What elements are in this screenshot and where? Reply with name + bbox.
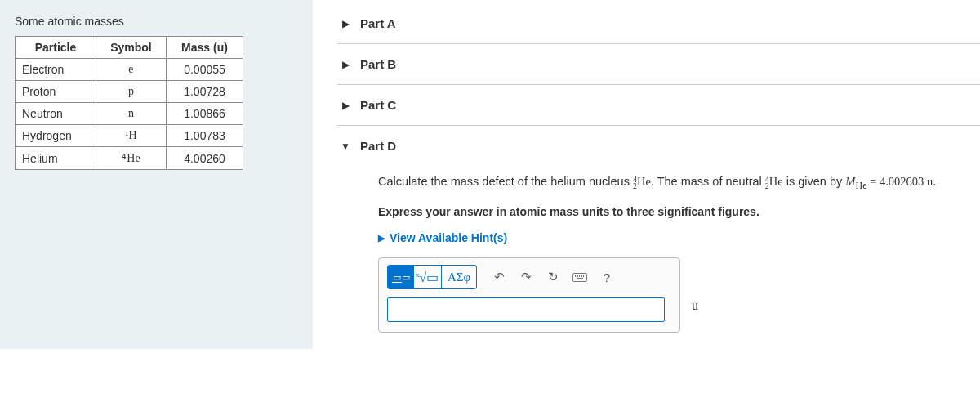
col-particle: Particle [16,37,96,59]
answer-instructions: Express your answer in atomic mass units… [378,205,964,218]
question-text: Calculate the mass defect of the helium … [378,172,964,194]
redo-icon: ↷ [521,270,532,284]
templates-button[interactable]: ▭▭ [388,266,414,288]
divider [337,125,980,126]
sqrt-button[interactable]: x√▭ [414,266,442,288]
part-d-header[interactable]: ▼ Part D [337,131,980,161]
table-row: Hydrogen ¹H 1.00783 [16,125,243,147]
part-c-header[interactable]: ▶ Part C [337,90,980,120]
table-title: Some atomic masses [15,15,298,28]
chevron-right-icon: ▶ [337,100,354,111]
answer-widget: ▭▭ x√▭ ΑΣφ ↶ ↷ ↻ ? [378,257,680,333]
part-b-label: Part B [360,57,396,71]
undo-button[interactable]: ↶ [487,266,511,288]
table-row: Electron e 0.00055 [16,59,243,81]
col-symbol: Symbol [96,37,166,59]
answer-input[interactable] [387,297,665,322]
template-group: ▭▭ x√▭ ΑΣφ [387,265,477,289]
table-row: Helium ⁴He 4.00260 [16,147,243,170]
divider [337,84,980,85]
reference-panel: Some atomic masses Particle Symbol Mass … [0,0,313,349]
part-d-label: Part D [360,139,396,153]
part-a-header[interactable]: ▶ Part A [337,8,980,38]
fraction-icon: ▭▭ [392,273,410,282]
greek-button[interactable]: ΑΣφ [442,266,476,288]
chevron-right-icon: ▶ [337,59,354,70]
table-row: Neutron n 1.00866 [16,103,243,125]
undo-icon: ↶ [494,270,505,284]
col-mass: Mass (u) [167,37,243,59]
table-row: Proton p 1.00728 [16,81,243,103]
part-a-label: Part A [360,16,396,30]
view-hints-button[interactable]: ▶ View Available Hint(s) [378,231,964,244]
reset-icon: ↻ [548,270,559,284]
unit-label: u [692,298,698,313]
sqrt-icon: x√▭ [416,270,439,285]
part-d-body: Calculate the mass defect of the helium … [337,161,980,341]
part-b-header[interactable]: ▶ Part B [337,49,980,79]
mass-table: Particle Symbol Mass (u) Electron e 0.00… [15,36,243,170]
question-panel: ▶ Part A ▶ Part B ▶ Part C ▼ Part D Calc… [313,0,980,349]
keyboard-button[interactable] [568,266,592,288]
chevron-down-icon: ▼ [337,141,354,152]
hints-label: View Available Hint(s) [390,231,507,244]
redo-button[interactable]: ↷ [514,266,538,288]
chevron-right-icon: ▶ [337,18,354,29]
chevron-right-icon: ▶ [378,233,385,243]
keyboard-icon [572,273,587,282]
reset-button[interactable]: ↻ [541,266,565,288]
help-button[interactable]: ? [595,266,619,288]
equation-toolbar: ▭▭ x√▭ ΑΣφ ↶ ↷ ↻ ? [387,265,671,289]
part-c-label: Part C [360,98,396,112]
divider [337,43,980,44]
help-icon: ? [604,270,610,284]
